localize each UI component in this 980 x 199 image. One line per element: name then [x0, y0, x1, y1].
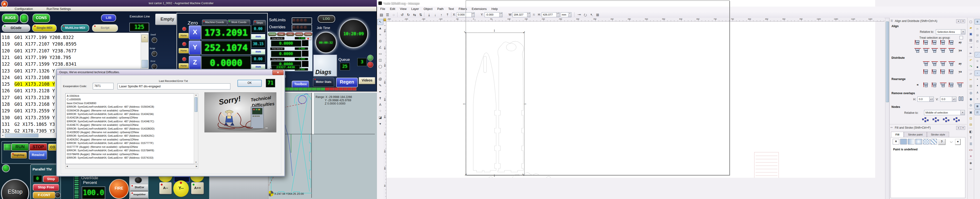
gcode-line[interactable]: 120G01 X177.2107 Y238.7677 — [1, 48, 141, 54]
text-align-horizontal-icon[interactable]: ay — [957, 40, 964, 45]
panel-collapse-icon[interactable]: ◂ — [956, 126, 961, 130]
fill-rule-nonzero-icon[interactable]: ◡ — [949, 139, 954, 144]
tab-stroke-paint[interactable]: Stroke paint — [904, 132, 927, 137]
scroll-left-icon[interactable]: ◀ — [66, 165, 68, 167]
jog-a-plus-button[interactable]: A++ — [191, 182, 204, 194]
dwell-knob[interactable] — [151, 37, 157, 43]
distribute-left-edges-icon[interactable] — [923, 61, 930, 66]
snap-page-border-icon[interactable]: ⌗ — [975, 96, 980, 102]
xml-editor-icon[interactable]: <> — [968, 147, 974, 153]
no-paint-icon[interactable]: ✕ — [892, 139, 899, 145]
panel-close-icon[interactable]: ✕ — [961, 126, 965, 130]
work-coords-button[interactable]: Work Coords — [228, 19, 250, 25]
unit-button-x[interactable]: mm — [251, 34, 265, 40]
graph-layout-icon[interactable]: ∝ — [914, 82, 921, 88]
strip-knob[interactable] — [135, 177, 142, 183]
axis-button-z[interactable]: Z — [189, 56, 201, 70]
gcode-vscroll-thumb[interactable] — [142, 60, 148, 68]
swatch-icon[interactable] — [931, 139, 937, 145]
run-button[interactable]: RUN — [11, 143, 29, 151]
v-gap-field[interactable]: 0.0▲▼ — [940, 97, 956, 102]
toolbox-button[interactable]: Toolbox — [292, 81, 309, 88]
error-dialog-titlebar[interactable]: Ooops, We've encountered technical Diffi… — [57, 70, 285, 75]
radial-gradient-icon[interactable] — [915, 139, 922, 145]
align-right-to-left-anchor-icon[interactable] — [914, 40, 921, 45]
dialog-vscroll-thumb[interactable] — [194, 97, 197, 112]
unclump-icon[interactable] — [957, 82, 964, 88]
multiline-mdi-tab-button[interactable]: MultiLine-MDI — [61, 24, 89, 32]
align-bottom-edges-icon[interactable] — [940, 48, 947, 53]
home-button[interactable]: Home — [179, 48, 189, 53]
scroll-right-icon[interactable]: ▶ — [196, 165, 197, 167]
align-nodes-h-icon[interactable] — [942, 116, 950, 122]
snap-bbox-edges-icon[interactable]: ◲ — [975, 32, 980, 38]
snap-path-intersection-icon[interactable]: ◆ — [975, 64, 980, 70]
snap-grid-icon[interactable]: ▦ — [975, 103, 980, 109]
jog-a-minus-button[interactable]: A-- — [159, 182, 172, 194]
dialog-close-icon[interactable]: ✕ — [272, 70, 283, 75]
tools-icon[interactable]: ✂ — [968, 167, 974, 172]
cnc-menu-runtime-settings[interactable]: RunTime Settings — [43, 6, 74, 11]
save-icon[interactable]: ▣ — [968, 31, 974, 37]
align-right-edges-icon[interactable] — [940, 40, 947, 45]
center-horizontal-axis-icon[interactable] — [931, 48, 938, 53]
gcode-hscroll-thumb[interactable] — [5, 134, 38, 137]
remove-overlaps-icon[interactable] — [958, 96, 965, 101]
distribute-nodes-h-icon[interactable] — [922, 116, 929, 122]
selection-handle[interactable]: ↔ — [493, 174, 496, 178]
home-button[interactable]: Home — [179, 33, 189, 38]
script-tab-button[interactable]: Script — [92, 24, 118, 32]
gcode-line[interactable]: 121G01 X177.199 Y238.795 — [1, 55, 141, 61]
redo-icon[interactable]: ↷ — [968, 64, 974, 69]
scroll-up-icon[interactable]: ▲ — [194, 94, 198, 96]
single-step-button[interactable]: SingleStep — [11, 152, 27, 159]
align-top-edges-icon[interactable] — [923, 48, 930, 53]
axis-button-x[interactable]: X — [189, 25, 201, 40]
stop-free-button[interactable]: Stop Free — [33, 184, 59, 191]
selection-rectangle[interactable] — [466, 33, 525, 175]
distribute-gaps-v-icon[interactable] — [948, 69, 955, 74]
snap-text-baseline-icon[interactable]: A — [975, 90, 980, 96]
linear-gradient-icon[interactable] — [908, 139, 915, 145]
h-gap-field[interactable]: 0.0▲▼ — [918, 97, 934, 102]
open-folder-icon[interactable]: ▰ — [968, 25, 974, 31]
snap-nodes-icon[interactable]: ⋰ — [975, 52, 980, 57]
layers-icon[interactable]: ☰ — [968, 141, 974, 147]
ok-button[interactable]: OK — [237, 80, 262, 87]
machine-coords-button[interactable]: Machine Coords — [202, 19, 227, 25]
scroll-up-icon[interactable]: ⌃ — [142, 35, 148, 42]
cons-button[interactable]: CONS — [33, 14, 50, 23]
rotate-positions-icon[interactable] — [940, 82, 947, 88]
distribute-text-v-icon[interactable]: ya — [957, 69, 964, 74]
panel-close-icon[interactable]: ✕ — [961, 19, 965, 23]
diags-button[interactable]: Diags — [313, 55, 337, 76]
scroll-down-icon[interactable]: ▼ — [194, 161, 198, 163]
gcode-line[interactable]: 118G01 X177.199 Y208.8322 — [1, 35, 141, 41]
flat-color-icon[interactable] — [900, 139, 907, 145]
f-cont-knob[interactable] — [55, 192, 60, 198]
snap-bbox-midpoints-icon[interactable]: ▫ — [975, 45, 980, 50]
jog-y-plus-button[interactable] — [159, 176, 172, 182]
paste-icon[interactable]: ▥ — [968, 83, 974, 89]
freeaxis-tab-polar[interactable]: Polar — [277, 32, 286, 36]
pt-stop-button[interactable]: Stop — [43, 176, 59, 183]
lib-button[interactable]: LIB — [101, 14, 116, 22]
selection-handle[interactable]: ↔ — [523, 102, 527, 105]
axis-button-y[interactable]: Y — [189, 41, 201, 55]
snap-enable-icon[interactable]: ⊛ — [975, 19, 980, 25]
rewind-button[interactable]: Rewind — [29, 151, 47, 159]
import-icon[interactable]: ⇥ — [968, 45, 974, 50]
app-logo-icon[interactable]: A — [1, 1, 8, 7]
snap-path-icon[interactable]: ◇ — [975, 58, 980, 64]
script-knob[interactable] — [151, 51, 157, 57]
exasperation-value-field[interactable]: 7871 — [93, 83, 113, 89]
videos-button[interactable]: Videos — [359, 77, 375, 84]
canvas-vscrollbar[interactable] — [885, 18, 889, 199]
freeaxis-tab-display[interactable]: Display — [304, 32, 312, 36]
gcode-tab-button[interactable]: GCode — [2, 24, 30, 32]
augs-button[interactable]: AUGS — [2, 14, 18, 23]
cnc-menu-configuration[interactable]: Configuration — [11, 6, 36, 11]
error-log-textarea[interactable]: A:15604cbC:c0000005base:OnClose 014D6B90… — [65, 93, 198, 164]
unlink-clone-icon[interactable]: ⊟ — [968, 122, 974, 127]
imagedither-button[interactable]: ImageDither — [130, 191, 149, 198]
